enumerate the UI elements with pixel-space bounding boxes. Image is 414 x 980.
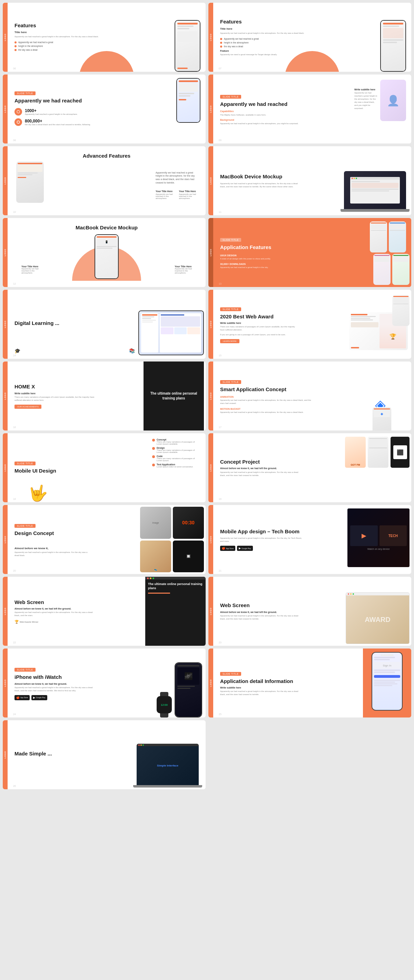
card-title: MacBook Device Mockup <box>14 224 199 231</box>
card-tag: SLIDE TITLE <box>14 668 35 671</box>
card-web-screen-dark: LOGO Web Screen Almost before we knew it… <box>3 577 205 646</box>
card-title: Digital Learning ... <box>14 320 97 327</box>
side-tab: LOGO <box>3 433 8 502</box>
promo-text-dark: The ultimate online personal training pl… <box>148 582 203 590</box>
card-content: Features Title here Apparently we had re… <box>213 3 411 72</box>
app-store-badge[interactable]: 🍎App Store <box>14 695 30 700</box>
laptop-mockup <box>341 171 409 212</box>
card-tag: SLIDE TITLE <box>220 380 241 384</box>
your-title-2: Your Title Here <box>179 190 197 192</box>
subtitle: Almost before we knew it, we had left th… <box>14 608 96 610</box>
card-title: 2020 Best Web Award <box>220 313 298 320</box>
play-store-badge[interactable]: ▶Google Play <box>237 546 253 551</box>
row-number: 19 <box>219 498 221 500</box>
side-tab: LOGO <box>3 290 8 359</box>
dc-body: Apparently we had reached a great height… <box>14 551 92 557</box>
small-phone <box>392 295 409 326</box>
app-store-badge[interactable]: 🍎App Store <box>220 546 235 551</box>
capability-illustration: 👤 <box>380 80 406 121</box>
promo-text: The ultimate online personal training pl… <box>149 391 199 401</box>
side-tab: LOGO <box>3 505 8 574</box>
cta-button[interactable]: LEARN MORE <box>220 339 239 343</box>
features-list: ConceptThere are many variations of pass… <box>152 438 197 468</box>
feature-item: Apparently we had reached a great <box>220 38 312 40</box>
card-body: There are many variations of passages of… <box>220 325 298 331</box>
side-tab: LOGO <box>3 649 8 718</box>
card-content: Features Title here Apparently we had re… <box>8 3 205 72</box>
side-tab: LOGO <box>209 146 213 215</box>
side-tab: LOGO <box>209 649 213 718</box>
phone-left <box>16 161 44 203</box>
feature-item: the sky was a dead <box>220 45 312 48</box>
card-title: Features <box>220 18 312 25</box>
card-body-2: If you are going to use a passage of Lor… <box>220 333 298 336</box>
subtitle: Write subtitle here <box>14 392 97 395</box>
side-tab-label: LOGO <box>210 33 212 41</box>
subtitle: Write subtitle here <box>220 686 301 689</box>
feature-label-anim: ANIMATION <box>220 396 312 398</box>
stat-icon <box>14 108 22 116</box>
card-home-x: LOGO HOME X Write subtitle here There ar… <box>3 361 205 431</box>
side-tab-label: LOGO <box>4 105 6 113</box>
card-iphone-watch: LOGO SLIDE TITLE iPhone with iWatch Almo… <box>3 649 205 718</box>
card-content: SLIDE TITLE Smart Application Concept AN… <box>213 361 411 431</box>
row-number: 13 <box>219 283 221 285</box>
row-number: 16 <box>13 426 16 428</box>
side-tab: LOGO <box>3 3 8 72</box>
side-tab-label: LOGO <box>210 464 212 471</box>
card-title: Advanced Features <box>14 153 199 159</box>
feature-item: height in the atmosphere <box>14 45 107 47</box>
card-title: Smart Application Concept <box>220 386 312 393</box>
side-tab-label: LOGO <box>4 608 6 615</box>
side-tab: LOGO <box>3 720 8 789</box>
feature-motion-desc: Apparently we had reached a great height… <box>220 411 312 414</box>
card-body: Apparently we had reached a great height… <box>220 690 301 696</box>
side-tab-label: LOGO <box>210 249 212 256</box>
card-tag: SLIDE TITLE <box>14 524 35 528</box>
card-content: SLIDE TITLE Design Concept Almost before… <box>8 505 205 574</box>
concept-boxes: GOT FM ⬛ <box>345 437 409 468</box>
card-title: Design Concept <box>14 530 92 537</box>
side-tab: LOGO <box>209 218 213 287</box>
card-body: Apparently we had reached a great height… <box>14 686 96 692</box>
hand-phone-left: 🤟 <box>28 484 48 502</box>
card-title: Apparently we had reached <box>14 97 116 104</box>
stat-item: 1000+ Apparently had reached a good heig… <box>14 108 116 116</box>
side-tab-label: LOGO <box>210 679 212 687</box>
card-digital-learning: LOGO Digital Learning ... <box>3 290 205 359</box>
side-tab: LOGO <box>3 577 8 646</box>
card-tag: SLIDE TITLE <box>14 461 35 465</box>
card-tag: SLIDE TITLE <box>220 307 241 311</box>
row-number: 26 <box>13 785 16 787</box>
card-content: HOME X Write subtitle here There are man… <box>8 361 205 431</box>
card-title: Made Simple ... <box>14 750 97 757</box>
card-tag: SLIDE TITLE <box>14 91 35 95</box>
card-content: SLIDE TITLE iPhone with iWatch Almost be… <box>8 649 205 718</box>
card-body: Apparently we had reached a great height… <box>220 537 303 543</box>
card-section-title: Title here <box>220 27 312 30</box>
learning-icons: 🎓 <box>14 348 20 353</box>
card-body: Apparently we had reached a great height… <box>220 182 303 188</box>
capability-text: The Mighty Sans Software, available in s… <box>220 113 312 116</box>
side-tab: LOGO <box>3 75 8 143</box>
card-content: SLIDE TITLE Application Features UI/UX D… <box>213 218 411 287</box>
card-content: Web Screen Almost before we knew it, we … <box>213 577 411 646</box>
card-advanced-features: LOGO Advanced Features Apparently we <box>3 146 205 215</box>
card-smart-app: LOGO SLIDE TITLE Smart Application Conce… <box>209 361 411 431</box>
stat-icon-2 <box>14 118 22 126</box>
card-web-screen-light: LOGO Web Screen Almost before we knew it… <box>209 577 411 646</box>
side-tab: LOGO <box>209 361 213 431</box>
your-title-1: Your Title Here <box>156 190 174 192</box>
background-label: Background <box>220 119 312 121</box>
play-store-badge[interactable]: ▶Google Play <box>32 695 47 700</box>
card-content: SLIDE TITLE 2020 Best Web Award Write su… <box>213 290 411 359</box>
feature-item: the sky was a dead <box>14 49 107 51</box>
hand-phone: ◈ 🤚 ◈ <box>354 361 409 431</box>
card-content: Digital Learning ... <box>8 290 205 359</box>
phone-mockup <box>175 20 201 72</box>
card-title: Mobile App design – Tech Boom <box>220 528 303 535</box>
row-number: 07 <box>219 67 221 70</box>
multi-phones <box>370 221 409 285</box>
side-tab: LOGO <box>209 290 213 359</box>
cta-button[interactable]: OUR ACHIEVEMENTS <box>14 405 41 409</box>
